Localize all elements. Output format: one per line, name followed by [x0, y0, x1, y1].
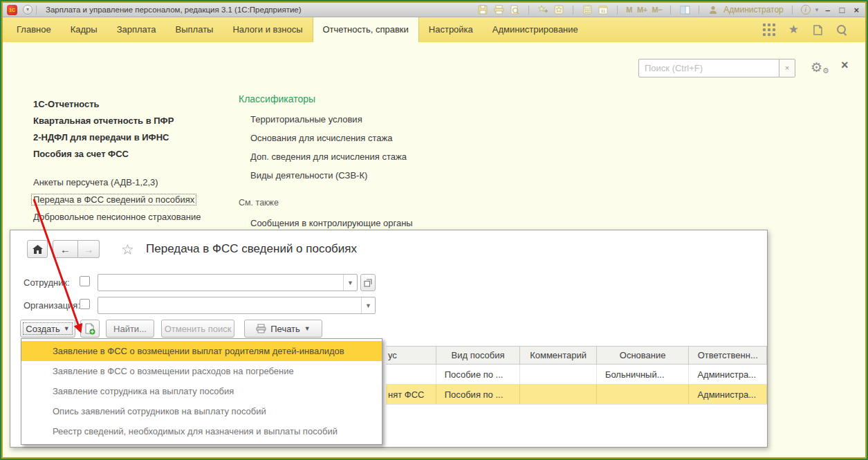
tab-kadry[interactable]: Кадры	[61, 17, 107, 42]
see-also-header: См. также	[239, 198, 279, 208]
link-territorialnye-usloviya[interactable]: Территориальные условия	[250, 114, 362, 125]
menu-item-reestr-svedeniy[interactable]: Реестр сведений, необходимых для назначе…	[21, 421, 382, 441]
tab-administrirovanie[interactable]: Администрирование	[483, 17, 588, 42]
system-menu-button[interactable]: ▾	[23, 5, 33, 15]
open-form-icon	[364, 279, 372, 287]
create-button-label: Создать	[26, 324, 59, 334]
tab-nastroyka[interactable]: Настройка	[419, 17, 483, 42]
search-clear-button[interactable]: ×	[779, 59, 795, 77]
divider	[792, 6, 793, 15]
search-icon[interactable]	[836, 24, 847, 35]
window-title: Зарплата и управление персоналом, редакц…	[46, 6, 302, 14]
column-comment[interactable]: Комментарий	[520, 347, 597, 364]
link-posobiya-za-schet-fss[interactable]: Пособия за счет ФСС	[33, 149, 129, 159]
employee-combo[interactable]: ▼	[98, 274, 358, 291]
column-benefit-type[interactable]: Вид пособия	[436, 347, 521, 364]
menu-item-opis-zayavleniy[interactable]: Опись заявлений сотрудников на выплату п…	[21, 401, 382, 421]
favorite-star-icon[interactable]: ☆	[121, 241, 134, 258]
employee-label: Сотрудник:	[24, 277, 70, 288]
maximize-button[interactable]: □	[838, 5, 847, 15]
tab-otchetnost-spravki[interactable]: Отчетность, справки	[313, 17, 419, 42]
back-button[interactable]: ←	[53, 240, 78, 258]
link-vidy-deyatelnosti[interactable]: Виды деятельности (СЗВ-К)	[250, 170, 367, 181]
column-responsible[interactable]: Ответственн...	[689, 347, 767, 364]
table-row[interactable]: Пособие по ... Больничный... Администра.…	[386, 365, 767, 385]
menu-item-zayavlenie-sotrudnika[interactable]: Заявление сотрудника на выплату пособия	[21, 381, 382, 401]
tab-vyplaty[interactable]: Выплаты	[166, 17, 223, 42]
print-icon[interactable]	[493, 5, 504, 15]
history-icon[interactable]	[812, 24, 823, 36]
favorites-star-icon[interactable]: ★	[788, 24, 799, 36]
add-favorite-icon[interactable]	[537, 5, 548, 15]
find-button[interactable]: Найти...	[106, 320, 154, 338]
minimize-button[interactable]: –	[823, 5, 832, 15]
close-search-icon[interactable]: ×	[841, 58, 849, 73]
cell-benefit-type: Пособие по ...	[436, 365, 521, 384]
link-dop-svedeniya-stazha[interactable]: Доп. сведения для исчисления стажа	[250, 151, 407, 162]
employee-checkbox[interactable]	[80, 276, 90, 286]
link-peredacha-v-fss[interactable]: Передача в ФСС сведений о пособиях	[31, 194, 196, 205]
link-ankety-persucheta[interactable]: Анкеты персучета (АДВ-1,2,3)	[33, 177, 158, 187]
svg-text:31: 31	[601, 9, 606, 13]
table-row-selected[interactable]: нят ФСС Пособия по ... Администра...	[386, 385, 767, 405]
tab-glavnoe[interactable]: Главное	[7, 17, 61, 42]
divider	[36, 6, 37, 15]
print-preview-icon[interactable]	[509, 5, 520, 15]
divider	[617, 6, 618, 15]
column-basis[interactable]: Основание	[597, 347, 690, 364]
new-document-icon	[84, 323, 95, 335]
memory-m-minus-button[interactable]: M−	[652, 6, 663, 14]
create-by-copy-button[interactable]	[80, 320, 100, 338]
cell-responsible: Администра...	[689, 365, 767, 384]
printer-icon	[256, 324, 266, 333]
chevron-down-icon: ▾	[26, 6, 29, 12]
close-button[interactable]: ×	[851, 5, 861, 15]
create-button[interactable]: Создать ▼	[20, 320, 75, 338]
employee-input[interactable]	[98, 275, 343, 291]
cell-basis: Больничный...	[597, 365, 690, 384]
organization-combo[interactable]: ▼	[98, 297, 376, 314]
save-icon[interactable]	[477, 5, 488, 15]
memory-m-plus-button[interactable]: M+	[637, 6, 647, 14]
cell-status	[386, 365, 436, 384]
memory-m-button[interactable]: M	[626, 6, 632, 14]
tab-zarplata[interactable]: Зарплата	[107, 17, 166, 42]
employee-open-button[interactable]	[360, 274, 376, 291]
divider	[528, 6, 529, 15]
favorites-icon[interactable]	[553, 5, 564, 15]
forward-button[interactable]: →	[78, 240, 100, 258]
section-tabs-bar: Главное Кадры Зарплата Выплаты Налоги и …	[3, 17, 865, 42]
menu-item-zayavlenie-deti-invalidy[interactable]: Заявление в ФСС о возмещении выплат роди…	[21, 341, 382, 361]
tab-nalogi-i-vznosy[interactable]: Налоги и взносы	[223, 17, 312, 42]
link-osnovaniya-stazha[interactable]: Основания для исчисления стажа	[250, 133, 392, 143]
calendar-icon[interactable]: 31	[598, 5, 609, 15]
link-soobshcheniya-v-organy[interactable]: Сообщения в контролирующие органы	[250, 218, 413, 228]
split-window-icon[interactable]	[679, 5, 690, 15]
organization-label: Организация:	[24, 300, 80, 311]
organization-input[interactable]	[98, 297, 361, 313]
link-1c-otchetnost[interactable]: 1С-Отчетность	[33, 99, 100, 109]
chevron-down-icon[interactable]: ▾	[815, 6, 819, 13]
cancel-search-button[interactable]: Отменить поиск	[161, 320, 234, 338]
divider	[573, 6, 573, 15]
link-kvartalnaya-otchetnost-pfr[interactable]: Квартальная отчетность в ПФР	[33, 116, 174, 126]
all-functions-grid-icon[interactable]	[763, 24, 775, 36]
menu-item-zayavlenie-pogrebenie[interactable]: Заявление в ФСС о возмещении расходов на…	[21, 361, 382, 381]
chevron-down-icon[interactable]: ▼	[343, 275, 357, 291]
info-icon[interactable]: i	[801, 5, 811, 15]
calculator-icon[interactable]	[582, 5, 593, 15]
cell-benefit-type: Пособия по ...	[436, 385, 521, 404]
settings-gears-icon[interactable]: ⚙⚙	[811, 59, 831, 76]
link-2ndfl-ifns[interactable]: 2-НДФЛ для передачи в ИФНС	[33, 132, 169, 142]
organization-checkbox[interactable]	[80, 299, 90, 309]
cell-status: нят ФСС	[386, 385, 436, 404]
print-button[interactable]: Печать ▼	[244, 320, 322, 338]
chevron-down-icon[interactable]: ▼	[361, 297, 375, 313]
home-button[interactable]	[27, 240, 48, 258]
documents-table: ус Вид пособия Комментарий Основание Отв…	[386, 346, 767, 405]
search-input[interactable]	[638, 59, 779, 77]
chevron-down-icon: ▼	[64, 325, 70, 332]
column-status[interactable]: ус	[386, 347, 436, 364]
link-dobrovolnoe-pensionnoe[interactable]: Добровольное пенсионное страхование	[33, 212, 201, 222]
cell-responsible: Администра...	[689, 385, 767, 404]
